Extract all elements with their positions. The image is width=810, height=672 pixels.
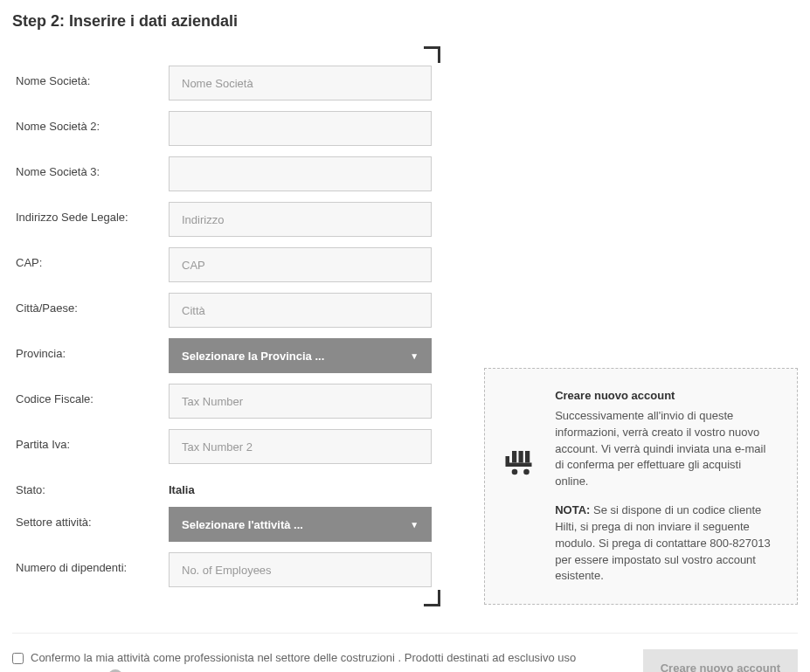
input-vat[interactable] [169,429,432,464]
input-employees[interactable] [169,552,432,587]
label-state: Stato: [16,475,169,496]
info-nota: NOTA: Se si dispone di un codice cliente… [555,502,778,585]
svg-rect-2 [525,451,530,463]
label-address: Indirizzo Sede Legale: [16,202,169,224]
svg-point-5 [512,469,518,475]
confirm-block[interactable]: Confermo la mia attività come profession… [12,649,580,672]
input-city[interactable] [169,293,432,328]
step-title: Step 2: Inserire i dati aziendali [12,12,798,31]
input-taxcode[interactable] [169,384,432,419]
info-text: Creare nuovo account Successivamente all… [555,388,778,585]
svg-rect-1 [519,451,523,463]
label-province: Provincia: [16,338,169,360]
info-panel: Creare nuovo account Successivamente all… [484,368,798,605]
label-company3: Nome Società 3: [16,156,169,178]
label-sector: Settore attività: [16,507,169,529]
label-taxcode: Codice Fiscale: [16,384,169,405]
input-company1[interactable] [169,66,432,100]
divider [12,633,798,634]
svg-rect-3 [509,463,532,468]
select-province[interactable]: Selezionare la Provincia ... ▼ [169,338,432,373]
chevron-down-icon: ▼ [410,520,419,530]
label-vat: Partita Iva: [16,429,169,451]
value-state: Italia [169,475,432,496]
select-sector[interactable]: Selezionare l'attività ... ▼ [169,507,432,542]
info-body: Successivamente all'invio di queste info… [555,408,778,490]
confirm-checkbox[interactable] [12,653,24,664]
svg-rect-4 [506,456,510,467]
select-province-value: Selezionare la Provincia ... [182,350,324,363]
label-company2: Nome Società 2: [16,111,169,133]
nota-label: NOTA: [555,503,590,516]
label-employees: Numero di dipendenti: [16,552,169,574]
info-title: Creare nuovo account [555,388,778,405]
input-company3[interactable] [169,156,432,191]
input-address[interactable] [169,202,432,237]
input-company2[interactable] [169,111,432,146]
label-zip: CAP: [16,247,169,269]
create-account-button[interactable]: Creare nuovo account [643,649,798,672]
cart-icon [504,446,539,481]
form-box: Nome Società: Nome Società 2: Nome Socie… [12,46,440,606]
input-zip[interactable] [169,247,432,282]
chevron-down-icon: ▼ [410,351,419,361]
select-sector-value: Selezionare l'attività ... [182,518,303,531]
label-city: Città/Paese: [16,293,169,315]
label-company1: Nome Società: [16,66,169,87]
svg-rect-0 [512,451,516,463]
svg-point-6 [523,469,530,475]
